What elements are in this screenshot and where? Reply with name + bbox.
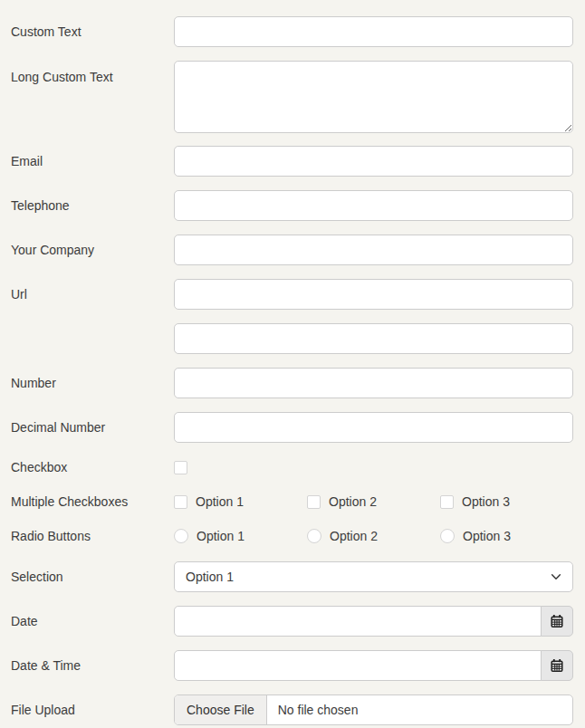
field-label: Decimal Number [11,420,174,435]
radio-option-2[interactable]: Option 2 [307,529,440,543]
field-label: Radio Buttons [11,529,174,543]
long-custom-text-textarea[interactable] [174,61,573,133]
form-row-url: Url [11,279,573,310]
form-row-email: Email [11,146,573,177]
form-row-unlabeled [11,323,573,354]
field-label: Telephone [11,198,174,213]
field-label: Date [11,614,174,628]
contact-form: Custom Text Long Custom Text Email Telep… [0,0,585,728]
form-row-telephone: Telephone [11,190,573,221]
unlabeled-text-input[interactable] [174,323,573,354]
form-row-file-upload: File Upload Choose File No file chosen [11,694,573,725]
form-row-selection: Selection Option 1 [11,561,573,592]
form-row-number: Number [11,368,573,398]
field-label: Custom Text [11,24,174,39]
field-label: Date & Time [11,658,174,673]
form-row-custom-text: Custom Text [11,16,573,47]
file-upload-control[interactable]: Choose File No file chosen [174,694,573,725]
selection-select[interactable]: Option 1 [174,561,573,592]
form-row-company: Your Company [11,235,573,265]
form-row-decimal-number: Decimal Number [11,412,573,443]
choose-file-button[interactable]: Choose File [175,695,267,724]
checkbox-option-1[interactable]: Option 1 [174,494,307,509]
checkbox-option-2-input[interactable] [307,495,321,509]
field-label: Your Company [11,243,174,257]
file-status-text: No file chosen [267,695,369,724]
radio-option-3-input[interactable] [440,529,455,543]
radio-option-2-input[interactable] [307,529,321,543]
form-row-datetime: Date & Time [11,650,573,681]
datetime-picker-button[interactable] [541,650,573,681]
field-label: Email [11,154,174,168]
form-row-date: Date [11,606,573,637]
form-row-long-custom-text: Long Custom Text [11,61,573,133]
field-label: File Upload [11,703,174,717]
checkbox-option-label: Option 3 [462,494,510,509]
field-label: Url [11,287,174,302]
field-label: Long Custom Text [11,61,174,84]
radio-option-1-input[interactable] [174,529,188,543]
company-input[interactable] [174,235,573,265]
form-row-multiple-checkboxes: Multiple Checkboxes Option 1 Option 2 Op… [11,493,573,511]
radio-option-1[interactable]: Option 1 [174,529,307,543]
checkbox-input[interactable] [174,461,187,474]
calendar-icon [550,658,564,673]
custom-text-input[interactable] [174,16,573,47]
email-input[interactable] [174,146,573,177]
checkbox-option-label: Option 2 [329,494,377,509]
checkbox-option-3-input[interactable] [440,495,454,509]
calendar-icon [550,614,564,628]
decimal-number-input[interactable] [174,412,573,443]
field-label: Multiple Checkboxes [11,494,174,509]
checkbox-option-3[interactable]: Option 3 [440,494,573,509]
field-label: Number [11,376,174,390]
form-row-checkbox: Checkbox [11,458,573,476]
url-input[interactable] [174,279,573,310]
checkbox-option-label: Option 1 [196,494,244,509]
radio-option-label: Option 3 [463,529,511,543]
date-picker-button[interactable] [541,606,573,637]
form-row-radio-buttons: Radio Buttons Option 1 Option 2 Option 3 [11,527,573,545]
radio-option-label: Option 2 [330,529,378,543]
checkbox-option-2[interactable]: Option 2 [307,494,440,509]
radio-option-3[interactable]: Option 3 [440,529,573,543]
telephone-input[interactable] [174,190,573,221]
number-input[interactable] [174,368,573,398]
radio-option-label: Option 1 [197,529,245,543]
field-label: Checkbox [11,460,174,474]
date-input[interactable] [174,606,542,637]
field-label: Selection [11,570,174,584]
datetime-input[interactable] [174,650,542,681]
checkbox-option-1-input[interactable] [174,495,187,509]
